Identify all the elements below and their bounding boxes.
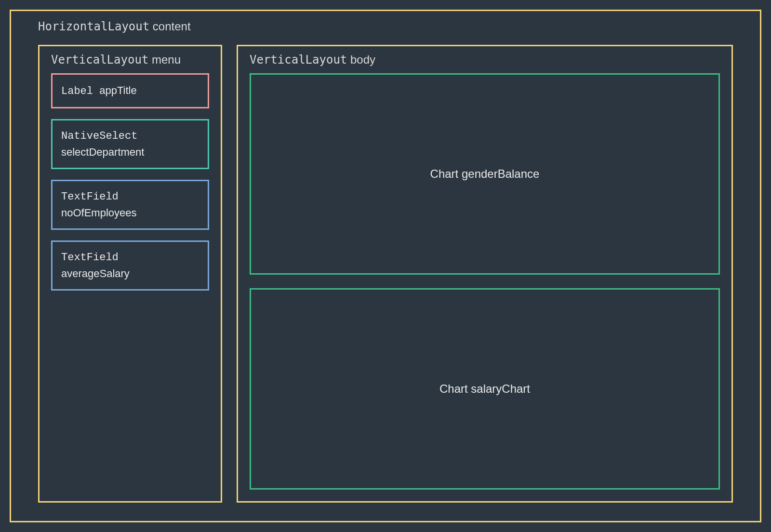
component-name: noOfEmployees [61,205,199,221]
chart-label: ChartsalaryChart [439,382,530,396]
body-name: body [350,53,375,66]
horizontal-layout-content: HorizontalLayout content VerticalLayout … [10,10,761,522]
label-apptitle: Label appTitle [51,73,209,108]
layout-row: VerticalLayout menu Label appTitle Nativ… [38,45,733,503]
component-type: NativeSelect [61,128,199,144]
component-name: averageSalary [61,266,199,281]
menu-title: VerticalLayout menu [51,53,209,66]
component-type: Chart [439,382,468,395]
component-type: TextField [61,250,199,266]
component-name: appTitle [99,84,136,96]
textfield-noofemployees: TextField noOfEmployees [51,180,209,230]
layout-diagram: HorizontalLayout content VerticalLayout … [10,10,761,522]
component-name: genderBalance [458,167,539,180]
vertical-layout-body: VerticalLayout body ChartgenderBalance C… [237,45,733,503]
chart-salarychart: ChartsalaryChart [250,288,720,490]
outer-name: content [153,20,191,33]
component-name: salaryChart [468,382,530,395]
menu-stack: Label appTitle NativeSelect selectDepart… [51,73,209,291]
outer-type: HorizontalLayout [38,20,149,33]
menu-name: menu [152,53,181,66]
charts-stack: ChartgenderBalance ChartsalaryChart [250,73,720,490]
chart-genderbalance: ChartgenderBalance [250,73,720,275]
textfield-averagesalary: TextField averageSalary [51,240,209,291]
chart-label: ChartgenderBalance [430,167,540,181]
component-name: selectDepartment [61,144,199,160]
body-title: VerticalLayout body [250,53,720,66]
component-type: Label [61,85,93,97]
body-type: VerticalLayout [250,53,347,66]
component-type: Chart [430,167,459,180]
vertical-layout-menu: VerticalLayout menu Label appTitle Nativ… [38,45,222,503]
menu-type: VerticalLayout [51,53,148,66]
nativeselect-selectdepartment: NativeSelect selectDepartment [51,119,209,169]
component-type: TextField [61,189,199,205]
outer-title: HorizontalLayout content [38,20,733,33]
